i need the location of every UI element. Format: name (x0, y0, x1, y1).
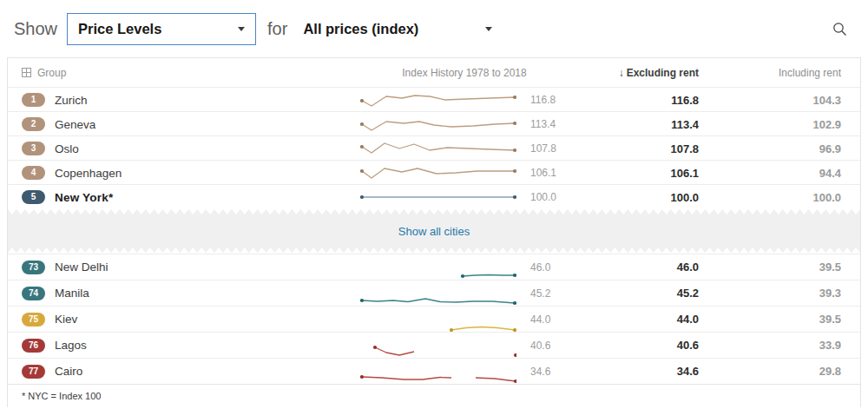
sparkline-cell (360, 185, 516, 209)
sparkline-cell (360, 161, 516, 185)
city-name: New Delhi (55, 261, 108, 274)
sparkline-cell (360, 307, 516, 332)
including-rent-value: 33.9 (699, 339, 841, 352)
table-row[interactable]: 77 Cairo 34.6 34.6 29.8 (8, 358, 860, 384)
rank-badge: 76 (22, 339, 45, 353)
table-row[interactable]: 74 Manila 45.2 45.2 39.3 (8, 280, 860, 306)
footnote-row: * NYC = Index 100 (8, 384, 860, 407)
chevron-down-icon (485, 27, 492, 31)
zigzag-bottom-edge (8, 247, 860, 254)
sparkline-chart (360, 281, 516, 306)
filter-dropdown[interactable]: All prices (index) (293, 13, 503, 45)
city-name: Kiev (55, 313, 77, 326)
sort-descending-icon: ↓ (619, 67, 624, 79)
sparkline-value: 106.1 (516, 167, 569, 179)
rank-badge: 5 (22, 190, 45, 204)
city-cell: 2 Geneva (22, 117, 360, 131)
sparkline-chart (360, 88, 516, 112)
sparkline-chart (360, 112, 516, 136)
sparkline-chart (360, 185, 516, 209)
bottom-ranked-rows: 73 New Delhi 46.0 46.0 39.5 74 Manila 45… (8, 254, 860, 384)
city-cell: 5 New York* (22, 190, 360, 204)
column-header-excluding-rent[interactable]: ↓Excluding rent (569, 67, 699, 79)
sparkline-cell (360, 281, 516, 306)
table-row[interactable]: 2 Geneva 113.4 113.4 102.9 (8, 111, 860, 135)
city-name: Cairo (55, 365, 82, 378)
excluding-rent-value: 100.0 (569, 191, 699, 204)
sparkline-chart (360, 360, 516, 384)
table-row[interactable]: 1 Zurich 116.8 116.8 104.3 (8, 87, 860, 111)
excluding-rent-value: 45.2 (569, 287, 699, 300)
show-all-cities-button[interactable]: Show all cities (398, 225, 470, 238)
city-name: Lagos (55, 339, 87, 352)
table-row[interactable]: 4 Copenhagen 106.1 106.1 94.4 (8, 160, 860, 184)
grid-icon (22, 68, 31, 77)
city-name: Manila (55, 287, 89, 300)
table-row[interactable]: 73 New Delhi 46.0 46.0 39.5 (8, 254, 860, 280)
including-rent-value: 100.0 (699, 191, 841, 204)
excluding-rent-value: 116.8 (569, 94, 699, 107)
city-name: Copenhagen (55, 167, 122, 180)
including-rent-value: 96.9 (699, 142, 841, 155)
city-cell: 4 Copenhagen (22, 166, 360, 180)
city-name: Geneva (55, 118, 95, 131)
chevron-down-icon (238, 27, 245, 31)
table-row[interactable]: 5 New York* 100.0 100.0 100.0 (8, 184, 860, 208)
rank-badge: 75 (22, 313, 45, 327)
sparkline-value: 45.2 (516, 287, 569, 300)
sparkline-value: 107.8 (516, 142, 569, 155)
excluding-rent-value: 107.8 (569, 142, 699, 155)
including-rent-value: 94.4 (699, 167, 841, 180)
including-rent-value: 39.5 (699, 261, 841, 274)
excluding-rent-value: 40.6 (569, 339, 699, 352)
table-row[interactable]: 76 Lagos 40.6 40.6 33.9 (8, 332, 860, 358)
rank-badge: 1 (22, 93, 45, 107)
search-icon[interactable] (830, 19, 851, 40)
sparkline-value: 116.8 (516, 94, 569, 106)
including-rent-value: 104.3 (699, 94, 841, 107)
column-header-including-rent[interactable]: Including rent (699, 67, 841, 79)
sparkline-cell (360, 88, 516, 112)
including-rent-value: 39.5 (699, 313, 841, 326)
sparkline-chart (360, 136, 516, 161)
sparkline-cell (360, 360, 516, 384)
metric-dropdown[interactable]: Price Levels (67, 13, 256, 45)
excluding-rent-value: 113.4 (569, 118, 699, 131)
for-label: for (267, 19, 287, 39)
city-name: Zurich (55, 94, 88, 107)
city-name: New York* (55, 191, 113, 204)
column-header-group-label: Group (37, 67, 66, 79)
price-levels-table: Group Index History 1978 to 2018 ↓Exclud… (7, 57, 861, 407)
table-header-row: Group Index History 1978 to 2018 ↓Exclud… (8, 58, 860, 87)
metric-dropdown-value: Price Levels (78, 21, 161, 37)
rank-badge: 4 (22, 166, 45, 180)
city-cell: 75 Kiev (22, 313, 360, 327)
excluding-rent-value: 34.6 (569, 365, 699, 378)
excluding-rent-value: 106.1 (569, 167, 699, 180)
table-row[interactable]: 75 Kiev 44.0 44.0 39.5 (8, 306, 860, 332)
sparkline-value: 40.6 (516, 340, 569, 352)
city-cell: 76 Lagos (22, 339, 360, 353)
sparkline-cell (360, 136, 516, 161)
sparkline-value: 100.0 (516, 191, 569, 203)
excluding-rent-value: 46.0 (569, 261, 699, 274)
collapsed-rows-separator: Show all cities (8, 208, 860, 254)
filter-dropdown-value: All prices (index) (303, 21, 418, 37)
city-cell: 77 Cairo (22, 365, 360, 379)
table-row[interactable]: 3 Oslo 107.8 107.8 96.9 (8, 135, 860, 160)
including-rent-value: 102.9 (699, 118, 841, 131)
sparkline-chart (360, 307, 516, 332)
city-cell: 3 Oslo (22, 142, 360, 155)
city-name: Oslo (55, 142, 79, 155)
column-header-history: Index History 1978 to 2018 (360, 67, 569, 79)
rank-badge: 3 (22, 142, 45, 155)
column-header-group[interactable]: Group (22, 67, 360, 79)
city-cell: 1 Zurich (22, 93, 360, 107)
sparkline-cell (360, 112, 516, 136)
sparkline-chart (360, 333, 516, 358)
rank-badge: 73 (22, 261, 45, 274)
including-rent-value: 29.8 (699, 365, 841, 378)
excluding-rent-value: 44.0 (569, 313, 699, 326)
sparkline-value: 34.6 (516, 366, 569, 378)
show-label: Show (14, 19, 57, 39)
